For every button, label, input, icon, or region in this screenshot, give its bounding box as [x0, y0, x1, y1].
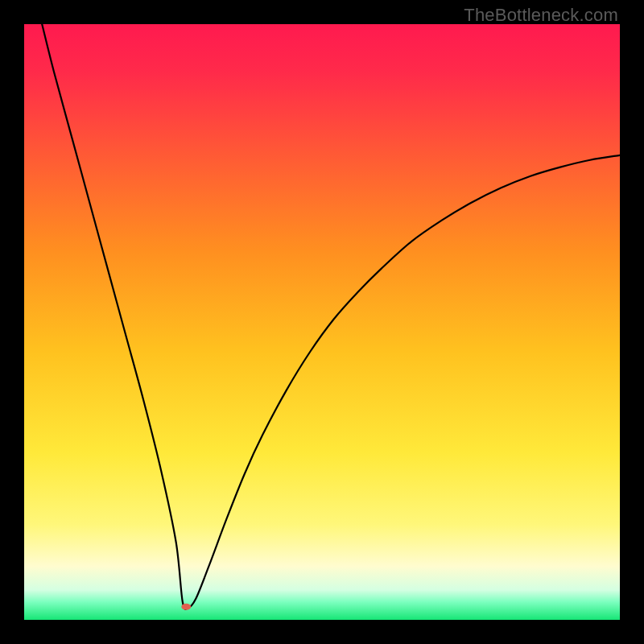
optimal-point-marker [181, 604, 191, 610]
gradient-background [24, 24, 620, 620]
watermark-text: TheBottleneck.com [464, 5, 618, 26]
plot-area [24, 24, 620, 620]
chart-frame: TheBottleneck.com [0, 0, 644, 644]
chart-svg [24, 24, 620, 620]
